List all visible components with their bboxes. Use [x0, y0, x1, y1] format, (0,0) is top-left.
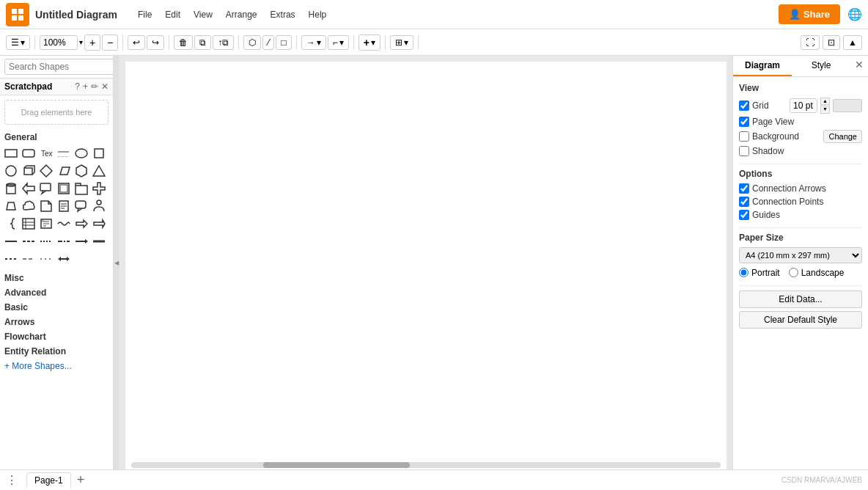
horizontal-scrollbar[interactable] — [131, 462, 721, 468]
category-basic[interactable]: Basic — [0, 299, 113, 314]
insert-btn[interactable]: + ▾ — [358, 34, 380, 51]
shape-speech-bubble[interactable] — [73, 198, 89, 214]
edit-icon[interactable]: ✏ — [91, 81, 98, 92]
clear-default-style-button[interactable]: Clear Default Style — [739, 311, 862, 329]
shape-arrow-right[interactable] — [73, 216, 89, 232]
delete-button[interactable]: 🗑 — [174, 35, 193, 50]
shape-callout[interactable] — [38, 180, 54, 197]
connection-btn[interactable]: → ▾ — [301, 35, 326, 50]
shape-person[interactable] — [91, 198, 107, 214]
shadow-checkbox[interactable] — [739, 146, 749, 156]
grid-value-input[interactable] — [790, 98, 817, 113]
front-button[interactable]: ↑⧉ — [213, 35, 234, 50]
menu-file[interactable]: File — [132, 7, 158, 23]
line-color-button[interactable]: ∕ — [262, 35, 274, 50]
fit-page-button[interactable]: ⊡ — [823, 35, 840, 50]
shape-text[interactable]: Text — [38, 145, 54, 161]
shape-hexagon[interactable] — [73, 163, 89, 179]
scratchpad-drop-zone[interactable]: Drag elements here — [4, 100, 108, 125]
add-icon[interactable]: + — [83, 81, 88, 92]
shape-list[interactable] — [21, 216, 37, 232]
menu-help[interactable]: Help — [303, 7, 333, 23]
shape-bold-line[interactable] — [91, 233, 107, 249]
left-panel-handle[interactable]: ◀ — [114, 56, 119, 469]
style-button[interactable]: □ — [276, 35, 291, 50]
page-view-checkbox[interactable] — [739, 117, 749, 127]
menu-arrange[interactable]: Arrange — [220, 7, 263, 23]
shape-cross[interactable] — [91, 180, 107, 197]
shape-square[interactable] — [91, 145, 107, 161]
shape-trapezoid[interactable] — [3, 198, 19, 214]
search-input[interactable] — [4, 59, 114, 75]
table-btn[interactable]: ⊞ ▾ — [390, 35, 413, 50]
shape-line4[interactable] — [56, 233, 72, 249]
category-entity-relation[interactable]: Entity Relation — [0, 343, 113, 358]
background-checkbox[interactable] — [739, 131, 749, 142]
fullscreen-button[interactable]: ⛶ — [801, 35, 820, 50]
redo-button[interactable]: ↪ — [147, 35, 164, 50]
guides-checkbox[interactable] — [739, 210, 749, 220]
duplicate-button[interactable]: ⧉ — [194, 35, 211, 50]
shape-cloud[interactable] — [21, 198, 37, 214]
shape-wave[interactable] — [56, 216, 72, 232]
more-shapes-link[interactable]: + More Shapes... — [0, 358, 113, 374]
close-panel-button[interactable]: ✕ — [850, 56, 868, 76]
shape-triangle[interactable] — [91, 163, 107, 179]
collapse-panel-button[interactable]: ▲ — [843, 35, 862, 50]
globe-icon[interactable]: 🌐 — [847, 7, 862, 21]
scrollbar-thumb[interactable] — [263, 462, 410, 468]
shape-dashed1[interactable] — [3, 251, 19, 267]
background-change-button[interactable]: Change — [823, 130, 862, 143]
shape-line2[interactable] — [21, 233, 37, 249]
shape-rounded-rect[interactable] — [21, 145, 37, 161]
shape-line1[interactable] — [3, 233, 19, 249]
category-misc[interactable]: Misc — [0, 270, 113, 285]
shape-note[interactable]: ≡ — [38, 216, 54, 232]
shape-text2[interactable]: ═══─ ─ ─ — [56, 145, 72, 161]
page-tab[interactable]: Page-1 — [26, 472, 71, 488]
portrait-radio[interactable] — [739, 268, 749, 277]
zoom-out-button[interactable]: − — [102, 34, 118, 51]
grid-spinner-down[interactable]: ▼ — [820, 106, 830, 113]
category-advanced[interactable]: Advanced — [0, 285, 113, 299]
diagram-canvas[interactable] — [125, 62, 727, 469]
waypoint-btn[interactable]: ⌐ ▾ — [328, 35, 349, 50]
fill-color-button[interactable]: ⬡ — [243, 35, 261, 50]
tab-diagram[interactable]: Diagram — [733, 56, 792, 76]
shape-cylinder[interactable] — [3, 180, 19, 197]
landscape-option[interactable]: Landscape — [789, 268, 845, 278]
grid-checkbox[interactable] — [739, 100, 749, 111]
grid-color-swatch[interactable] — [833, 99, 862, 112]
shape-ellipse[interactable] — [73, 145, 89, 161]
menu-edit[interactable]: Edit — [159, 7, 186, 23]
shape-brace[interactable] — [3, 216, 19, 232]
connection-points-checkbox[interactable] — [739, 197, 749, 207]
shape-rect[interactable] — [3, 145, 19, 161]
shape-dashed3[interactable] — [38, 251, 54, 267]
edit-data-button[interactable]: Edit Data... — [739, 290, 862, 308]
shape-tab[interactable] — [73, 180, 89, 197]
category-arrows[interactable]: Arrows — [0, 314, 113, 329]
zoom-in-button[interactable]: + — [84, 34, 100, 51]
connection-arrows-checkbox[interactable] — [739, 183, 749, 194]
grid-spinner-up[interactable]: ▲ — [820, 98, 830, 105]
bottom-menu-button[interactable]: ⋮ — [6, 473, 18, 487]
tab-style[interactable]: Style — [792, 56, 850, 76]
landscape-radio[interactable] — [789, 268, 798, 277]
shape-page[interactable] — [56, 198, 72, 214]
share-button[interactable]: 👤 Share — [779, 4, 840, 24]
menu-view[interactable]: View — [188, 7, 218, 23]
question-icon[interactable]: ? — [75, 81, 80, 92]
add-page-button[interactable]: + — [77, 472, 85, 488]
category-general[interactable]: General — [0, 129, 113, 144]
shape-line5[interactable] — [73, 233, 89, 249]
shape-curved-arrow[interactable] — [91, 216, 107, 232]
shape-parallelogram[interactable] — [56, 163, 72, 179]
paper-size-select[interactable]: A4 (210 mm x 297 mm) A3 Letter Legal — [739, 247, 862, 263]
shape-arrow-left[interactable] — [21, 180, 37, 197]
category-flowchart[interactable]: Flowchart — [0, 329, 113, 343]
shape-line3[interactable] — [38, 233, 54, 249]
menu-extras[interactable]: Extras — [265, 7, 301, 23]
shape-3d-rect[interactable] — [21, 163, 37, 179]
shape-double-arrow[interactable] — [56, 251, 72, 267]
